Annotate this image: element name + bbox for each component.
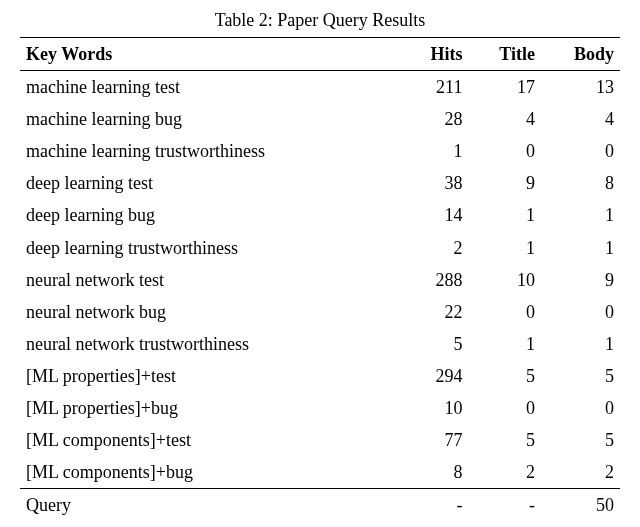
cell-title: 1 <box>468 232 540 264</box>
cell-title: 9 <box>468 167 540 199</box>
table-row: machine learning bug2844 <box>20 103 620 135</box>
table-row: [ML properties]+bug1000 <box>20 392 620 424</box>
summary-rows: Query--50 Snowball--59 Author feedback--… <box>20 489 620 527</box>
cell-title: 17 <box>468 71 540 104</box>
cell-hits: 288 <box>402 264 469 296</box>
table-row: neural network trustworthiness511 <box>20 328 620 360</box>
cell-keywords: Snowball <box>20 521 402 527</box>
cell-body: 5 <box>541 424 620 456</box>
cell-hits: - <box>402 521 469 527</box>
cell-body: 1 <box>541 199 620 231</box>
cell-keywords: neural network trustworthiness <box>20 328 402 360</box>
cell-title: 2 <box>468 456 540 489</box>
cell-keywords: neural network bug <box>20 296 402 328</box>
cell-body: 9 <box>541 264 620 296</box>
cell-hits: 22 <box>402 296 469 328</box>
table-row: [ML properties]+test29455 <box>20 360 620 392</box>
cell-title: 5 <box>468 424 540 456</box>
results-table: Key Words Hits Title Body machine learni… <box>20 37 620 527</box>
header-keywords: Key Words <box>20 38 402 71</box>
table-row: deep learning trustworthiness211 <box>20 232 620 264</box>
cell-hits: 38 <box>402 167 469 199</box>
table-row: neural network test288109 <box>20 264 620 296</box>
cell-hits: 1 <box>402 135 469 167</box>
cell-body: 2 <box>541 456 620 489</box>
cell-keywords: machine learning test <box>20 71 402 104</box>
cell-keywords: [ML properties]+test <box>20 360 402 392</box>
cell-keywords: [ML components]+test <box>20 424 402 456</box>
cell-hits: 77 <box>402 424 469 456</box>
cell-body: 4 <box>541 103 620 135</box>
cell-title: 1 <box>468 328 540 360</box>
cell-title: 5 <box>468 360 540 392</box>
table-row: Query--50 <box>20 489 620 522</box>
table-row: Snowball--59 <box>20 521 620 527</box>
cell-keywords: deep learning bug <box>20 199 402 231</box>
cell-keywords: [ML components]+bug <box>20 456 402 489</box>
header-hits: Hits <box>402 38 469 71</box>
cell-body: 0 <box>541 296 620 328</box>
cell-body: 5 <box>541 360 620 392</box>
cell-title: 4 <box>468 103 540 135</box>
cell-body: 13 <box>541 71 620 104</box>
cell-body: 1 <box>541 328 620 360</box>
cell-title: 0 <box>468 135 540 167</box>
cell-keywords: machine learning bug <box>20 103 402 135</box>
cell-hits: 14 <box>402 199 469 231</box>
cell-body: 0 <box>541 135 620 167</box>
cell-hits: 294 <box>402 360 469 392</box>
cell-hits: 2 <box>402 232 469 264</box>
table-row: [ML components]+test7755 <box>20 424 620 456</box>
cell-title: 0 <box>468 296 540 328</box>
cell-keywords: neural network test <box>20 264 402 296</box>
table-row: machine learning test2111713 <box>20 71 620 104</box>
cell-hits: 5 <box>402 328 469 360</box>
table-row: neural network bug2200 <box>20 296 620 328</box>
cell-hits: 28 <box>402 103 469 135</box>
cell-title: 1 <box>468 199 540 231</box>
cell-title: - <box>468 521 540 527</box>
header-row: Key Words Hits Title Body <box>20 38 620 71</box>
cell-title: - <box>468 489 540 522</box>
table-row: deep learning bug1411 <box>20 199 620 231</box>
cell-body: 50 <box>541 489 620 522</box>
cell-body: 59 <box>541 521 620 527</box>
table-row: machine learning trustworthiness100 <box>20 135 620 167</box>
table-caption: Table 2: Paper Query Results <box>20 10 620 31</box>
cell-title: 0 <box>468 392 540 424</box>
main-rows: machine learning test2111713 machine lea… <box>20 71 620 489</box>
cell-hits: 8 <box>402 456 469 489</box>
table-row: deep learning test3898 <box>20 167 620 199</box>
header-body: Body <box>541 38 620 71</box>
cell-keywords: machine learning trustworthiness <box>20 135 402 167</box>
cell-hits: 10 <box>402 392 469 424</box>
cell-keywords: Query <box>20 489 402 522</box>
cell-hits: 211 <box>402 71 469 104</box>
cell-body: 8 <box>541 167 620 199</box>
cell-body: 1 <box>541 232 620 264</box>
cell-keywords: deep learning test <box>20 167 402 199</box>
cell-body: 0 <box>541 392 620 424</box>
cell-keywords: [ML properties]+bug <box>20 392 402 424</box>
cell-title: 10 <box>468 264 540 296</box>
header-title: Title <box>468 38 540 71</box>
cell-keywords: deep learning trustworthiness <box>20 232 402 264</box>
table-row: [ML components]+bug822 <box>20 456 620 489</box>
cell-hits: - <box>402 489 469 522</box>
